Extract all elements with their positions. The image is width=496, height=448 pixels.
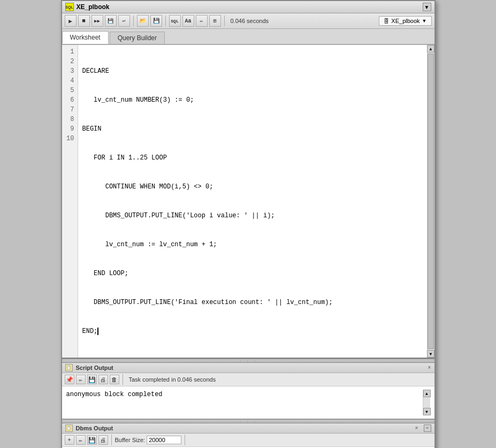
scroll-thumb[interactable] bbox=[428, 54, 434, 349]
run-script-btn[interactable]: ▶▶ bbox=[91, 15, 103, 27]
resize-handle-1[interactable]: · · · bbox=[62, 359, 434, 363]
dbms-output-title: Dbms Output bbox=[76, 425, 412, 431]
sep2 bbox=[165, 16, 166, 26]
script-scroll-down[interactable]: ▼ bbox=[423, 408, 431, 415]
main-toolbar: ▶ ■ ▶▶ 💾 ↩ 📂 💾 SQL Aa ✏ ⊞ 0.046 seconds … bbox=[62, 13, 434, 29]
window-title: XE_plbook bbox=[77, 3, 423, 11]
script-output-panel: 📋 Script Output × 📌 ✏ 💾 🖨 🗑 Task complet… bbox=[62, 363, 434, 419]
code-editor[interactable]: DECLARE lv_cnt_num NUMBER(3) := 0; BEGIN… bbox=[78, 45, 427, 358]
run-btn[interactable]: ▶ bbox=[65, 15, 77, 27]
rollback-btn[interactable]: ↩ bbox=[118, 15, 130, 27]
sep-dbms bbox=[111, 435, 112, 445]
script-output-title: Script Output bbox=[76, 365, 425, 371]
script-output-title-bar: 📋 Script Output × bbox=[62, 363, 434, 373]
line-numbers: 1 2 3 4 5 6 7 8 9 10 bbox=[62, 45, 78, 358]
sep-script bbox=[123, 374, 123, 385]
script-pin-btn[interactable]: 📌 bbox=[65, 375, 74, 384]
script-output-toolbar: 📌 ✏ 💾 🖨 🗑 Task completed in 0.046 second… bbox=[62, 373, 434, 386]
editor-area: 1 2 3 4 5 6 7 8 9 10 DECLARE lv_cnt_num … bbox=[62, 45, 434, 359]
script-scroll-up[interactable]: ▲ bbox=[423, 390, 431, 397]
window-dropdown-btn[interactable]: ▼ bbox=[423, 3, 431, 11]
db-dropdown-arrow[interactable]: ▼ bbox=[422, 18, 427, 24]
script-status: Task completed in 0.046 seconds bbox=[126, 376, 219, 383]
script-output-close-btn[interactable]: × bbox=[428, 365, 431, 371]
resize-dots-2: · · · bbox=[239, 419, 257, 424]
db-name: XE_plbook bbox=[391, 18, 419, 24]
sql-btn[interactable]: SQL bbox=[169, 15, 181, 27]
buffer-size-label: Buffer Size: bbox=[115, 437, 146, 443]
execution-time: 0.046 seconds bbox=[228, 18, 272, 24]
sep3 bbox=[224, 16, 225, 26]
more-btn[interactable]: ⊞ bbox=[209, 15, 221, 27]
app-icon: SQL bbox=[65, 3, 74, 11]
script-save-btn[interactable]: 💾 bbox=[87, 375, 97, 384]
script-print-btn[interactable]: 🖨 bbox=[98, 375, 108, 384]
dbms-output-panel: 📋 Dbms Output × − + ✏ 💾 🖨 Buffer Size: L… bbox=[62, 423, 434, 448]
script-output-text: anonymous block completed bbox=[66, 390, 423, 415]
font-btn[interactable]: Aa bbox=[182, 15, 194, 27]
script-output-scrollbar[interactable]: ▲ ▼ bbox=[423, 390, 430, 415]
dbms-edit-btn[interactable]: ✏ bbox=[76, 435, 86, 445]
script-scroll-track bbox=[423, 397, 430, 408]
script-output-content: anonymous block completed ▲ ▼ bbox=[62, 386, 434, 419]
buffer-size-input[interactable] bbox=[147, 436, 181, 444]
dbms-output-close-btn[interactable]: × bbox=[415, 426, 418, 431]
db-selector[interactable]: 🗄 XE_plbook ▼ bbox=[379, 16, 431, 26]
scroll-down-arrow[interactable]: ▼ bbox=[427, 350, 434, 358]
save-btn[interactable]: 💾 bbox=[150, 15, 162, 27]
dbms-save-btn[interactable]: 💾 bbox=[87, 435, 97, 445]
dbms-output-title-bar: 📋 Dbms Output × − bbox=[62, 423, 434, 434]
open-btn[interactable]: 📂 bbox=[137, 15, 149, 27]
dbms-print-btn[interactable]: 🖨 bbox=[98, 435, 108, 445]
tab-bar: Worksheet Query Builder bbox=[62, 29, 434, 45]
resize-dots-1: · · · bbox=[239, 359, 257, 363]
sep-dbms2 bbox=[185, 435, 185, 445]
script-output-icon: 📋 bbox=[65, 364, 73, 371]
sep1 bbox=[133, 16, 134, 26]
dbms-output-icon: 📋 bbox=[65, 424, 73, 432]
tab-query-builder[interactable]: Query Builder bbox=[110, 32, 165, 44]
dbms-add-btn[interactable]: + bbox=[65, 435, 74, 445]
dbms-minimize-btn[interactable]: − bbox=[424, 424, 431, 432]
scroll-up-arrow[interactable]: ▲ bbox=[427, 45, 434, 52]
main-window: SQL XE_plbook ▼ ▶ ■ ▶▶ 💾 ↩ 📂 💾 SQL Aa ✏ … bbox=[61, 0, 436, 448]
title-bar: SQL XE_plbook ▼ bbox=[62, 1, 434, 13]
dbms-output-toolbar: + ✏ 💾 🖨 Buffer Size: bbox=[62, 434, 434, 447]
editor-vscrollbar[interactable]: ▲ ▼ bbox=[427, 45, 434, 358]
resize-handle-2[interactable]: · · · bbox=[62, 419, 434, 423]
script-edit-btn[interactable]: ✏ bbox=[76, 375, 86, 384]
script-clear-btn[interactable]: 🗑 bbox=[110, 375, 119, 384]
commit-btn[interactable]: 💾 bbox=[105, 15, 117, 27]
stop-btn[interactable]: ■ bbox=[78, 15, 90, 27]
tab-worksheet[interactable]: Worksheet bbox=[62, 31, 109, 44]
edit-btn[interactable]: ✏ bbox=[196, 15, 208, 27]
